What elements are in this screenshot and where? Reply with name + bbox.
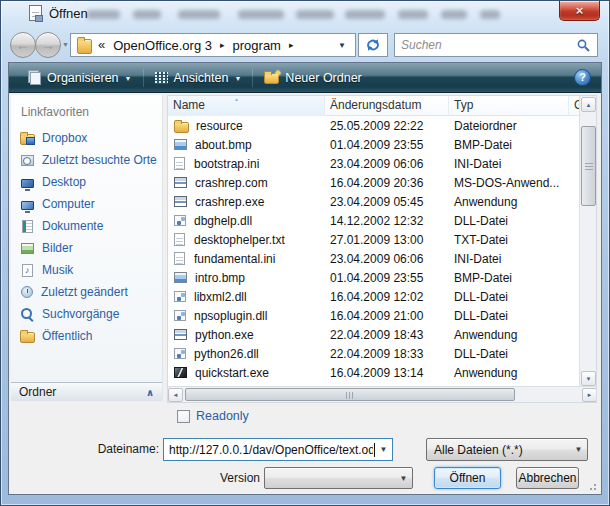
file-date: 23.04.2009 06:06 (325, 157, 449, 171)
sidebar-item[interactable]: Computer (11, 193, 162, 215)
refresh-button[interactable] (358, 33, 388, 57)
help-button[interactable]: ? (574, 69, 591, 86)
breadcrumb-separator-icon[interactable]: ▸ (284, 40, 299, 50)
column-header[interactable]: Name (168, 96, 325, 116)
file-type-icon (174, 122, 189, 133)
sidebar-item[interactable]: Zuletzt besuchte Orte (11, 149, 162, 171)
file-row[interactable]: fundamental.ini 23.04.2009 06:06 INI-Dat… (168, 249, 581, 268)
close-button[interactable]: × (559, 1, 600, 21)
filename-combobox[interactable]: http://127.0.0.1/dav/OpenOffice/text.odt… (163, 438, 393, 461)
forward-button[interactable]: → (35, 32, 61, 58)
file-row[interactable]: npsoplugin.dll 16.04.2009 21:00 DLL-Date… (168, 306, 581, 325)
sidebar-item[interactable]: Zuletzt geändert (11, 281, 162, 303)
file-date: 22.04.2009 18:33 (325, 347, 449, 361)
folder-icon (77, 39, 92, 54)
cancel-button[interactable]: Abbrechen (516, 467, 579, 489)
file-name: npsoplugin.dll (194, 309, 267, 323)
file-name-cell: resource (168, 119, 325, 133)
horizontal-scrollbar[interactable]: ◄ ► (168, 386, 597, 402)
file-name: crashrep.com (195, 176, 268, 190)
scroll-up-button[interactable]: ▲ (581, 97, 596, 112)
file-row[interactable]: dbghelp.dll 14.12.2002 12:32 DLL-Datei (168, 211, 581, 230)
sidebar-item[interactable]: Bilder (11, 237, 162, 259)
file-row[interactable]: libxml2.dll 16.04.2009 12:02 DLL-Datei (168, 287, 581, 306)
readonly-label[interactable]: Readonly (196, 409, 249, 423)
breadcrumb-item[interactable]: OpenOffice.org 3 (110, 38, 215, 53)
organize-icon (26, 70, 41, 85)
file-rows: resource 25.05.2009 22:22 Dateiordner ab… (168, 116, 581, 382)
sidebar-item[interactable]: Dokumente (11, 215, 162, 237)
file-row[interactable]: python.exe 22.04.2009 18:43 Anwendung (168, 325, 581, 344)
search-icon[interactable] (576, 38, 591, 53)
breadcrumb-separator-icon[interactable]: ▸ (215, 40, 230, 50)
file-row[interactable]: crashrep.com 16.04.2009 20:36 MS-DOS-Anw… (168, 173, 581, 192)
search-input[interactable] (401, 38, 576, 52)
vertical-scroll-thumb[interactable] (581, 126, 596, 206)
file-type-icon (174, 139, 187, 150)
file-name: desktophelper.txt (194, 233, 285, 247)
folders-expander[interactable]: Ordner ∧ (11, 382, 162, 401)
file-name: intro.bmp (195, 271, 245, 285)
file-name-cell: python26.dll (168, 346, 325, 361)
file-name-cell: quickstart.exe (168, 365, 325, 380)
scroll-left-button[interactable]: ◄ (168, 388, 183, 402)
organize-button[interactable]: Organisieren ▼ (17, 66, 141, 90)
file-name: quickstart.exe (195, 366, 269, 380)
breadcrumb-dropdown-icon[interactable]: ▼ (333, 41, 351, 50)
breadcrumb[interactable]: « OpenOffice.org 3 ▸ program ▸ ▼ (70, 33, 356, 57)
file-row[interactable]: python26.dll 22.04.2009 18:33 DLL-Datei (168, 344, 581, 363)
filename-dropdown-icon[interactable]: ▼ (375, 445, 392, 454)
sidebar-item[interactable]: Öffentlich (11, 325, 162, 347)
file-row[interactable]: bootstrap.ini 23.04.2009 06:06 INI-Datei (168, 154, 581, 173)
filename-label: Dateiname: (49, 442, 159, 456)
titlebar[interactable]: Öffnen × (0, 0, 610, 28)
file-type-icon (174, 291, 186, 302)
scroll-down-button[interactable]: ▼ (581, 371, 596, 386)
file-name: bootstrap.ini (194, 157, 259, 171)
sidebar-item[interactable]: Desktop (11, 171, 162, 193)
file-list: Name Änderungsdatum Typ G ▲ resource 25.… (167, 95, 597, 403)
column-header[interactable]: Änderungsdatum (325, 96, 449, 116)
file-type: MS-DOS-Anwend... (449, 176, 569, 190)
file-row[interactable]: about.bmp 01.04.2009 23:55 BMP-Datei (168, 135, 581, 154)
open-button[interactable]: Öffnen (434, 467, 501, 489)
file-row[interactable]: desktophelper.txt 27.01.2009 13:00 TXT-D… (168, 230, 581, 249)
breadcrumb-items: OpenOffice.org 3 ▸ program ▸ (110, 38, 298, 53)
file-row[interactable]: resource 25.05.2009 22:22 Dateiordner (168, 116, 581, 135)
file-row[interactable]: quickstart.exe 16.04.2009 13:14 Anwendun… (168, 363, 581, 382)
scroll-right-button[interactable]: ► (582, 388, 597, 402)
breadcrumb-item[interactable]: program (230, 38, 284, 53)
blurred-background-text (480, 10, 500, 19)
views-button[interactable]: Ansichten ▼ (146, 66, 251, 90)
sidebar-item-label: Bilder (42, 241, 73, 255)
vertical-scrollbar[interactable]: ▲ ▼ (579, 96, 596, 387)
file-date: 25.05.2009 22:22 (325, 119, 449, 133)
file-type-icon (174, 233, 185, 246)
sidebar-header: Linkfavoriten (21, 105, 162, 119)
back-button[interactable]: ← (10, 32, 36, 58)
sidebar-item[interactable]: Suchvorgänge (11, 303, 162, 325)
file-type: INI-Datei (449, 252, 569, 266)
horizontal-scroll-thumb[interactable] (185, 388, 515, 401)
breadcrumb-overflow-icon[interactable]: « (98, 37, 105, 52)
column-header[interactable]: Typ (449, 96, 569, 116)
readonly-checkbox[interactable] (177, 410, 190, 423)
version-combobox[interactable]: ▼ (264, 467, 413, 489)
file-name: resource (196, 119, 243, 133)
file-row[interactable]: crashrep.exe 23.04.2009 05:45 Anwendung (168, 192, 581, 211)
file-type-icon (174, 272, 187, 283)
file-name-cell: about.bmp (168, 137, 325, 152)
file-row[interactable]: intro.bmp 01.04.2009 23:55 BMP-Datei (168, 268, 581, 287)
sidebar-item[interactable]: Dropbox (11, 127, 162, 149)
sidebar-item[interactable]: Musik (11, 259, 162, 281)
file-type: Anwendung (449, 366, 569, 380)
new-folder-button[interactable]: Neuer Ordner (255, 66, 370, 90)
history-dropdown-icon[interactable]: ▼ (62, 41, 69, 48)
resize-grip[interactable] (587, 481, 597, 491)
version-label: Version (150, 471, 260, 485)
filetype-combobox[interactable]: Alle Dateien (*.*) ▼ (426, 438, 588, 461)
file-date: 22.04.2009 18:43 (325, 328, 449, 342)
file-date: 23.04.2009 05:45 (325, 195, 449, 209)
blurred-background-text (345, 10, 385, 19)
file-name: python26.dll (194, 347, 259, 361)
